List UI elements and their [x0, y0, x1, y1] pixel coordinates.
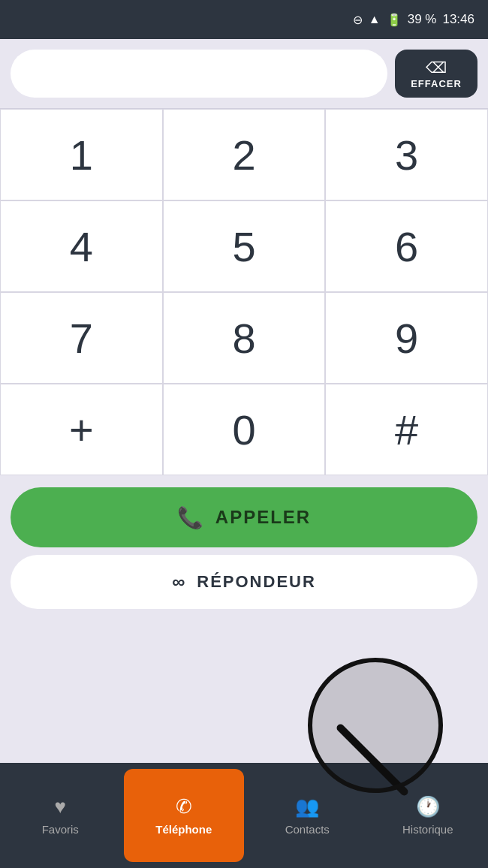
battery-level: 39 %	[408, 12, 437, 27]
status-bar: ⊖ ▲ 🔋 39 % 13:46	[0, 0, 488, 39]
dial-key-2[interactable]: 2	[163, 109, 326, 200]
dial-key-+[interactable]: +	[0, 384, 163, 475]
historique-label: Historique	[402, 823, 453, 836]
phone-call-icon: 📞	[177, 505, 205, 530]
dial-key-1[interactable]: 1	[0, 109, 163, 200]
voicemail-label: RÉPONDEUR	[197, 572, 316, 592]
voicemail-section: ∞ RÉPONDEUR	[0, 555, 488, 619]
bottom-nav: ♥Favoris✆Téléphone👥Contacts🕐Historique	[0, 763, 488, 868]
dial-key-5[interactable]: 5	[163, 200, 326, 292]
dial-key-6[interactable]: 6	[325, 200, 488, 292]
contacts-label: Contacts	[285, 823, 330, 836]
signal-icon: ▲	[369, 13, 381, 26]
call-label: APPELER	[215, 507, 311, 528]
backspace-icon: ⌫	[426, 59, 447, 77]
dial-key-4[interactable]: 4	[0, 200, 163, 292]
telephone-label: Téléphone	[155, 823, 212, 836]
battery-icon: 🔋	[387, 13, 402, 27]
favoris-icon: ♥	[55, 795, 66, 818]
delete-button[interactable]: ⌫ EFFACER	[395, 50, 477, 98]
phone-input[interactable]	[11, 50, 387, 98]
dial-key-3[interactable]: 3	[325, 109, 488, 200]
call-button[interactable]: 📞 APPELER	[11, 487, 477, 547]
delete-label: EFFACER	[411, 78, 462, 89]
dial-key-7[interactable]: 7	[0, 292, 163, 384]
dial-key-#[interactable]: #	[325, 384, 488, 475]
do-not-disturb-icon: ⊖	[353, 13, 363, 27]
nav-item-historique[interactable]: 🕐Historique	[368, 763, 489, 868]
dial-key-0[interactable]: 0	[163, 384, 326, 475]
call-section: 📞 APPELER	[0, 475, 488, 555]
historique-icon: 🕐	[416, 795, 440, 818]
contacts-icon: 👥	[295, 795, 319, 818]
telephone-icon: ✆	[176, 795, 192, 818]
favoris-label: Favoris	[42, 823, 79, 836]
nav-item-favoris[interactable]: ♥Favoris	[0, 763, 121, 868]
voicemail-icon: ∞	[172, 571, 186, 592]
dial-key-9[interactable]: 9	[325, 292, 488, 384]
nav-item-contacts[interactable]: 👥Contacts	[247, 763, 368, 868]
input-row: ⌫ EFFACER	[0, 39, 488, 108]
dial-key-8[interactable]: 8	[163, 292, 326, 384]
nav-item-telephone[interactable]: ✆Téléphone	[124, 769, 245, 862]
voicemail-button[interactable]: ∞ RÉPONDEUR	[11, 555, 477, 609]
dialpad: 123456789+0#	[0, 108, 488, 475]
clock: 13:46	[442, 12, 474, 27]
